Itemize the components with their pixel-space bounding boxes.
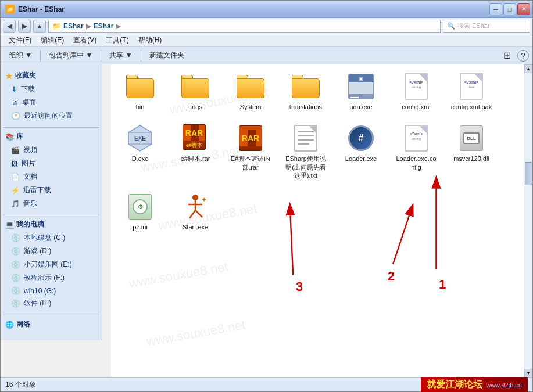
forward-button[interactable]: ▶ xyxy=(18,20,31,33)
close-button[interactable]: ✕ xyxy=(517,3,530,15)
folder-logs-icon xyxy=(181,73,209,100)
scrollbar[interactable]: ▲ ▼ xyxy=(524,64,532,377)
xunlei-label: 迅雷下载 xyxy=(23,185,51,195)
organize-button[interactable]: 组织 ▼ xyxy=(4,49,37,63)
file-label-config-xml-bak: config.xml.bak xyxy=(451,103,492,111)
view-button[interactable]: ⊞ xyxy=(498,49,516,63)
menu-tools[interactable]: 工具(T) xyxy=(101,34,133,46)
search-icon: 🔍 xyxy=(447,22,455,30)
file-item-txt[interactable]: ESharp使用说明(出问题先看这里).txt xyxy=(282,122,329,182)
address-bar: ◀ ▶ ▲ 📁 EShar ▶ EShar ▶ 🔍 搜索 EShar xyxy=(1,18,532,34)
main-window: 📁 EShar - EShar ─ □ ✕ ◀ ▶ ▲ 📁 EShar ▶ ES… xyxy=(0,0,533,392)
xml-config-icon: <?xml> config xyxy=(402,73,430,100)
download-icon: ⬇ xyxy=(11,85,17,93)
path-sep-1: ▶ xyxy=(86,22,91,30)
network-header[interactable]: 🌐 网络 xyxy=(3,318,99,331)
recent-label: 最近访问的位置 xyxy=(24,111,73,121)
back-button[interactable]: ◀ xyxy=(3,20,16,33)
drive-f-label: 教程演示 (F:) xyxy=(24,273,65,283)
window-icon: 📁 xyxy=(5,5,15,14)
scroll-track xyxy=(524,73,532,369)
menu-help[interactable]: 帮助(H) xyxy=(134,34,167,46)
svg-line-15 xyxy=(195,210,202,217)
sidebar-item-drive-g[interactable]: 💿 win10 (G:) xyxy=(3,285,99,297)
new-folder-button[interactable]: 新建文件夹 xyxy=(144,49,189,63)
desktop-icon: 🖥 xyxy=(11,98,19,107)
documents-label: 文档 xyxy=(23,172,37,182)
library-button[interactable]: 包含到库中 ▼ xyxy=(44,49,98,63)
sidebar-item-xunlei[interactable]: ⚡ 迅雷下载 xyxy=(3,184,99,197)
network-label: 网络 xyxy=(16,319,30,329)
menu-view[interactable]: 查看(V) xyxy=(69,34,101,46)
file-item-bin[interactable]: bin xyxy=(117,70,163,113)
file-item-ini[interactable]: ⚙ pz.ini xyxy=(117,190,163,233)
sidebar-item-music[interactable]: 🎵 音乐 xyxy=(3,197,99,210)
file-item-system[interactable]: System xyxy=(227,70,274,113)
file-item-rar2[interactable]: RAR E#脚本蓝调内部.rar xyxy=(227,122,274,182)
folder-bin-icon xyxy=(126,73,154,100)
sidebar-item-pictures[interactable]: 🖼 图片 xyxy=(3,157,99,170)
scroll-down-button[interactable]: ▼ xyxy=(524,369,533,377)
menu-file[interactable]: 文件(F) xyxy=(4,34,36,46)
music-icon: 🎵 xyxy=(11,200,20,208)
sidebar-item-drive-d[interactable]: 💿 游戏 (D:) xyxy=(3,244,99,258)
share-button[interactable]: 共享 ▼ xyxy=(104,49,137,63)
sidebar-item-desktop[interactable]: 🖥 桌面 xyxy=(3,96,99,109)
scroll-thumb[interactable] xyxy=(525,162,532,185)
file-item-ada-exe[interactable]: ▣ ▬▬ ada.exe xyxy=(338,70,384,113)
file-item-start-exe[interactable]: ✦ Start.exe xyxy=(172,190,219,233)
file-item-config-xml[interactable]: <?xml> config config.xml xyxy=(393,70,439,113)
scroll-up-button[interactable]: ▲ xyxy=(524,64,533,73)
file-label-rar2: E#脚本蓝调内部.rar xyxy=(230,154,271,171)
file-item-logs[interactable]: Logs xyxy=(172,70,219,113)
status-bar: 16 个对象 就爱江湖论坛 www.92jh.cn xyxy=(1,377,532,391)
favorites-label: 收藏夹 xyxy=(15,71,36,81)
sidebar-item-drive-h[interactable]: 💿 软件 (H:) xyxy=(3,297,99,310)
drive-g-label: win10 (G:) xyxy=(24,287,56,295)
sidebar-item-download[interactable]: ⬇ 下载 xyxy=(3,82,99,96)
menu-edit[interactable]: 编辑(E) xyxy=(36,34,69,46)
address-path[interactable]: 📁 EShar ▶ EShar ▶ xyxy=(48,20,441,33)
file-area: www.souxue8.net www.souxue8.net www.soux… xyxy=(111,64,524,377)
file-item-loader-config[interactable]: <?xml> config Loader.exe.config xyxy=(393,122,439,182)
computer-header[interactable]: 💻 我的电脑 xyxy=(3,218,99,231)
file-label-loader-config: Loader.exe.config xyxy=(395,154,437,171)
search-box[interactable]: 🔍 搜索 EShar xyxy=(443,20,530,33)
maximize-button[interactable]: □ xyxy=(503,3,516,15)
sidebar-item-recent[interactable]: 🕐 最近访问的位置 xyxy=(3,109,99,123)
sidebar-item-drive-e[interactable]: 💿 小刀娱乐网 (E:) xyxy=(3,258,99,271)
sidebar-item-drive-c[interactable]: 💿 本地磁盘 (C:) xyxy=(3,231,99,244)
help-button[interactable]: ? xyxy=(517,50,529,62)
pictures-icon: 🖼 xyxy=(11,160,18,168)
main-content: ★ 收藏夹 ⬇ 下载 🖥 桌面 🕐 最近访问的位置 xyxy=(1,64,532,377)
path-sep-2: ▶ xyxy=(116,22,121,30)
library-header[interactable]: 📚 库 xyxy=(3,130,99,143)
file-item-rar1[interactable]: RAR e#脚本 e#脚本.rar xyxy=(172,122,219,182)
favorites-section: ★ 收藏夹 ⬇ 下载 🖥 桌面 🕐 最近访问的位置 xyxy=(3,69,99,123)
sidebar-divider-1 xyxy=(3,127,99,128)
file-item-loader-exe[interactable]: # Loader.exe xyxy=(338,122,384,182)
svg-text:✦: ✦ xyxy=(201,196,207,204)
drive-h-label: 软件 (H:) xyxy=(24,299,51,308)
ini-icon: ⚙ xyxy=(126,193,154,221)
loader-exe-icon: # xyxy=(347,124,375,152)
file-label-loader-exe: Loader.exe xyxy=(345,154,377,163)
up-button[interactable]: ▲ xyxy=(33,20,46,33)
file-item-translations[interactable]: translations xyxy=(282,70,329,113)
start-exe-icon: ✦ xyxy=(181,193,209,221)
sidebar-item-video[interactable]: 🎬 视频 xyxy=(3,143,99,157)
download-label: 下载 xyxy=(21,84,35,94)
drive-f-icon: 💿 xyxy=(11,274,20,282)
file-item-d-exe[interactable]: EXE D.exe xyxy=(117,122,163,182)
rar2-icon: RAR xyxy=(237,124,264,152)
computer-icon: 💻 xyxy=(5,221,14,229)
file-item-dll[interactable]: DLL msvcr120.dll xyxy=(448,122,495,182)
sidebar-item-documents[interactable]: 📄 文档 xyxy=(3,170,99,184)
title-controls: ─ □ ✕ xyxy=(489,3,530,15)
computer-section: 💻 我的电脑 💿 本地磁盘 (C:) 💿 游戏 (D:) 💿 小刀娱乐网 (E:… xyxy=(3,218,99,310)
minimize-button[interactable]: ─ xyxy=(489,3,502,15)
favorites-header[interactable]: ★ 收藏夹 xyxy=(3,69,99,82)
file-label-config-xml: config.xml xyxy=(402,103,431,111)
file-item-config-xml-bak[interactable]: <?xml> .bak config.xml.bak xyxy=(448,70,495,113)
sidebar-item-drive-f[interactable]: 💿 教程演示 (F:) xyxy=(3,271,99,285)
